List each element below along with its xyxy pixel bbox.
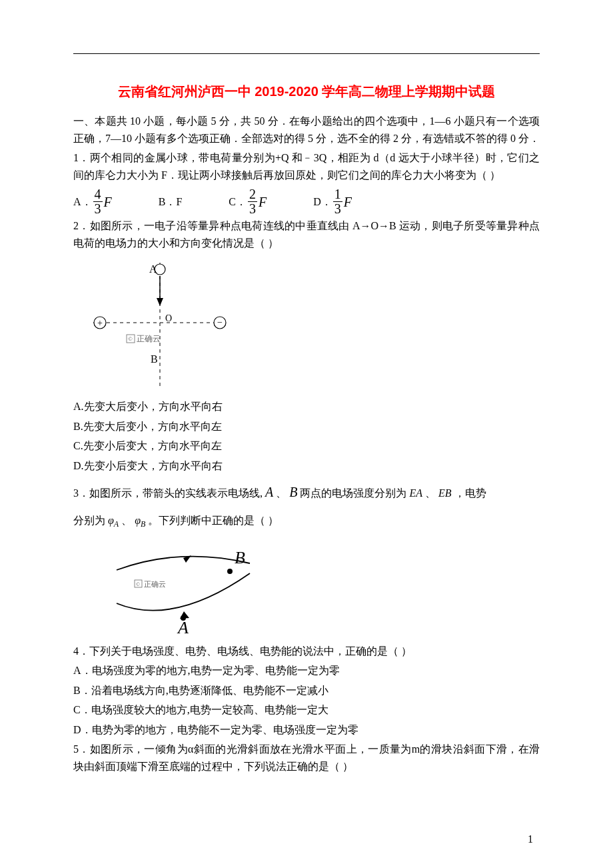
q2-stem: 2．如图所示，一电子沿等量异种点电荷连线的中垂直线由 A→O→B 运动，则电子所… [73,217,540,251]
q3-diagram: B A © 正确云 [107,540,540,639]
q3-stem-line1: 3．如图所示，带箭头的实线表示电场线, A 、 B 两点的电场强度分别为 EA … [73,481,540,503]
q1-option-d-fraction: 1 3 [333,187,342,216]
page-number: 1 [528,831,533,848]
q3-watermark: 正确云 [144,580,166,588]
q3-phi-b: φ [135,515,141,526]
q5-stem: 5．如图所示，一倾角为α斜面的光滑斜面放在光滑水平面上，一质量为m的滑块沿斜面下… [73,741,540,775]
q3-stem2-b: 。下列判断中正确的是（ ） [148,515,279,526]
svg-text:©: © [136,581,140,587]
q4-option-d: D．电势为零的地方，电势能不一定为零、电场强度一定为零 [73,721,540,739]
q3-diagram-label-b: B [235,548,245,567]
q1-stem: 1．两个相同的金属小球，带电荷量分别为+Q 和﹣3Q，相距为 d（d 远大于小球… [73,149,540,183]
q3-phi-a-sub: A [114,519,119,529]
q2-option-c: C.先变小后变大，方向水平向左 [73,437,540,455]
q2-minus-icon: − [217,317,223,327]
instructions: 一、本题共 10 小题，每小题 5 分，共 50 分．在每小题给出的四个选项中，… [73,113,540,147]
svg-text:©: © [128,335,133,342]
q3-stem-b: 两点的电场强度分别为 [300,487,409,499]
q1-options-row: A． 4 3 F B．F C． 2 3 F D． 1 3 F [73,187,540,216]
svg-point-11 [227,569,233,574]
q1-option-a-fraction: 4 3 [93,187,103,216]
q1-c-numerator: 2 [248,187,257,202]
q3-stem2-a: 分别为 [73,515,105,526]
q2-option-b: B.先变大后变小，方向水平向左 [73,418,540,435]
q3-stem-d: ，电势 [454,487,486,499]
q1-a-f: F [104,191,112,213]
q2-diagram: A O + − © 正确云 B [87,256,540,395]
q1-a-denominator: 3 [93,202,103,216]
q1-option-b-label: B．F [159,193,183,211]
q2-label-a: A [149,263,157,275]
q4-option-b: B．沿着电场线方向,电势逐渐降低、电势能不一定减小 [73,682,540,699]
q3-stem-line2: 分别为 φA 、 φB 。下列判断中正确的是（ ） [73,512,540,531]
q1-option-b: B．F [159,193,183,211]
q3-stem-c: 、 [425,487,438,499]
svg-marker-4 [157,298,163,306]
q3-sep: 、 [121,515,132,526]
q3-phi-a: φ [108,515,114,526]
q3-phi-b-sub: B [141,519,145,529]
q4-stem: 4．下列关于电场强度、电势、电场线、电势能的说法中，正确的是（ ） [73,643,540,660]
q1-option-a-label: A． [73,193,92,211]
exam-title: 云南省红河州泸西一中 2019-2020 学年高二物理上学期期中试题 [73,81,540,102]
top-horizontal-rule [73,53,540,54]
q1-d-denominator: 3 [333,202,342,216]
q2-plus-icon: + [97,318,103,328]
q1-option-c-label: C． [229,193,247,211]
q1-option-c: C． 2 3 F [229,187,267,216]
q1-d-f: F [344,191,352,213]
q2-option-a: A.先变大后变小，方向水平向右 [73,398,540,415]
q4-option-a: A．电场强度为零的地方,电势一定为零、电势能一定为零 [73,662,540,679]
q1-c-denominator: 3 [248,202,257,216]
q1-option-d: D． 1 3 F [313,187,352,216]
q3-point-a: A [265,485,273,499]
q2-watermark: 正确云 [137,334,161,343]
q1-option-a: A． 4 3 F [73,187,112,216]
q2-option-d: D.先变小后变大，方向水平向右 [73,457,540,475]
q3-point-b: B [289,485,297,499]
q4-option-c: C．电场强度较大的地方,电势一定较高、电势能一定大 [73,701,540,719]
q1-c-f: F [259,191,267,213]
q3-stem-a: 3．如图所示，带箭头的实线表示电场线, [73,487,263,499]
q1-a-numerator: 4 [93,187,103,202]
q3-stem-mid: 、 [276,487,287,499]
q1-option-d-label: D． [313,193,332,211]
q1-d-numerator: 1 [333,187,342,202]
q3-eb: EB [438,487,452,499]
q1-option-c-fraction: 2 3 [248,187,257,216]
q2-label-o: O [165,313,172,323]
q2-label-b: B [151,353,158,365]
q3-diagram-label-a: A [177,618,189,633]
q3-ea: EA [409,487,422,499]
